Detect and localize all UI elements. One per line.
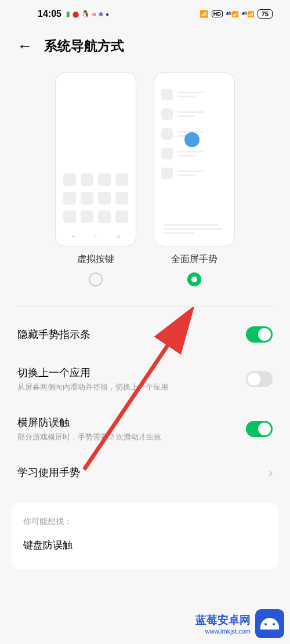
setting-landscape-mistouch[interactable]: 横屏防误触 部分游戏横屏时，手势需要 2 次滑动才生效 xyxy=(17,404,273,454)
suggestion-label: 你可能想找： xyxy=(23,516,267,527)
landscape-mistouch-toggle[interactable] xyxy=(246,421,273,437)
landscape-mistouch-subtitle: 部分游戏横屏时，手势需要 2 次滑动才生效 xyxy=(17,432,161,442)
wifi-icon: 📶 xyxy=(200,10,208,18)
status-right: 📶 HD ⁴ᴳ📶 ⁴ᴳ📶 75 xyxy=(200,9,273,19)
virtual-buttons-preview: ≡○◁ xyxy=(55,72,136,246)
back-arrow-icon[interactable]: ← xyxy=(17,37,32,55)
watermark-url: www.lmkjst.com xyxy=(195,628,251,635)
battery-indicator: 75 xyxy=(258,9,273,19)
switch-app-subtitle: 从屏幕两侧向内滑动并停留，切换上一个应用 xyxy=(17,382,168,392)
status-bar: 14:05 ▮ ⬤ 🐧 ∞ ❀ ● 📶 HD ⁴ᴳ📶 ⁴ᴳ📶 75 xyxy=(0,0,290,26)
gesture-radio[interactable] xyxy=(187,272,201,286)
gesture-touch-indicator xyxy=(184,132,200,147)
signal-icon-1: ⁴ᴳ📶 xyxy=(226,11,238,17)
hide-indicator-title: 隐藏手势指示条 xyxy=(17,328,90,341)
status-time: 14:05 xyxy=(38,9,61,19)
page-header: ← 系统导航方式 xyxy=(0,26,290,72)
switch-app-toggle[interactable] xyxy=(246,371,273,387)
watermark-title: 蓝莓安卓网 xyxy=(195,613,251,628)
hide-indicator-toggle[interactable] xyxy=(246,326,273,343)
watermark: 蓝莓安卓网 www.lmkjst.com xyxy=(195,609,284,638)
suggestion-card: 你可能想找： 键盘防误触 xyxy=(12,503,278,569)
nav-option-virtual-buttons[interactable]: ≡○◁ 虚拟按键 xyxy=(55,72,136,286)
chevron-right-icon: › xyxy=(269,466,273,479)
hd-icon: HD xyxy=(212,10,223,17)
virtual-buttons-radio[interactable] xyxy=(89,272,103,286)
navigation-options-group: ≡○◁ 虚拟按键 全面屏手势 xyxy=(0,72,290,298)
suggestion-item-keyboard-mistouch[interactable]: 键盘防误触 xyxy=(23,539,267,552)
gesture-label: 全面屏手势 xyxy=(171,253,217,265)
status-app-icons: ▮ ⬤ 🐧 ∞ ❀ ● xyxy=(66,10,109,18)
page-title: 系统导航方式 xyxy=(44,37,124,55)
setting-switch-app[interactable]: 切换上一个应用 从屏幕两侧向内滑动并停留，切换上一个应用 xyxy=(17,354,273,404)
watermark-logo-icon xyxy=(255,609,284,638)
virtual-buttons-label: 虚拟按键 xyxy=(77,253,114,265)
landscape-mistouch-title: 横屏防误触 xyxy=(17,416,161,430)
gesture-preview xyxy=(154,72,235,246)
setting-hide-indicator[interactable]: 隐藏手势指示条 xyxy=(17,315,273,354)
nav-option-fullscreen-gesture[interactable]: 全面屏手势 xyxy=(154,72,235,286)
divider xyxy=(17,306,273,307)
signal-icon-2: ⁴ᴳ📶 xyxy=(242,11,254,17)
settings-list: 隐藏手势指示条 切换上一个应用 从屏幕两侧向内滑动并停留，切换上一个应用 横屏防… xyxy=(0,315,290,491)
setting-learn-gestures[interactable]: 学习使用手势 › xyxy=(17,454,273,491)
learn-gestures-title: 学习使用手势 xyxy=(17,465,80,479)
switch-app-title: 切换上一个应用 xyxy=(17,366,168,380)
status-left: 14:05 ▮ ⬤ 🐧 ∞ ❀ ● xyxy=(38,9,109,19)
